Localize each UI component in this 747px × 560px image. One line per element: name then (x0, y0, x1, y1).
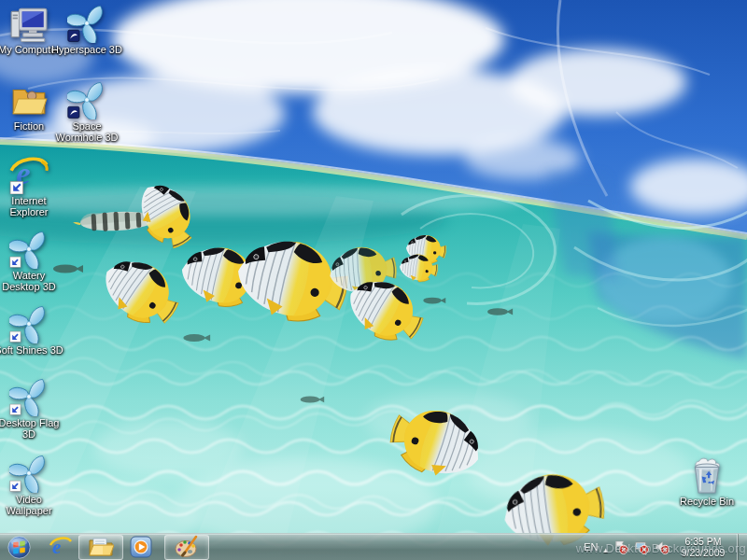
display-error-icon[interactable] (634, 539, 649, 554)
desktop-icon-space-wormhole-3d[interactable]: Space Wormhole 3D (51, 80, 122, 143)
desktop-icon-label: Hyperspace 3D (51, 44, 122, 55)
computer-icon (9, 4, 49, 43)
desktop-icon-video-wallpaper[interactable]: Video Wallpaper (0, 454, 64, 516)
clock-time: 6:35 PM (675, 536, 731, 547)
desktop-icon-label: Soft Shines 3D (0, 344, 63, 356)
desktop-icon-internet-explorer[interactable]: e Internet Explorer (0, 155, 64, 217)
pinwheel-swirl-icon (9, 230, 49, 269)
recycle-bin-full-icon (687, 455, 726, 495)
desktop-icon-label: Desktop Flag 3D (0, 417, 64, 440)
taskbar-button-internet-explorer[interactable]: e (43, 536, 78, 559)
desktop-icon-recycle-bin[interactable]: Recycle Bin (671, 455, 742, 507)
internet-explorer-icon: e (49, 536, 72, 558)
desktop-icon-soft-shines-3d[interactable]: Soft Shines 3D (0, 304, 64, 356)
desktop-icon-hyperspace-3d[interactable]: Hyperspace 3D (51, 4, 122, 55)
start-button[interactable] (6, 534, 32, 560)
show-desktop-button[interactable] (737, 534, 747, 560)
internet-explorer-icon: e (9, 155, 49, 194)
action-center-flag-error-icon[interactable] (613, 539, 628, 554)
taskbar-button-windows-explorer[interactable] (78, 535, 123, 560)
pinwheel-swirl-icon (67, 80, 106, 119)
desktop-icon-label: Recycle Bin (680, 496, 734, 507)
language-indicator[interactable]: EN (584, 541, 598, 553)
volume-muted-icon[interactable] (655, 539, 669, 554)
desktop-icon-desktop-flag-3d[interactable]: Desktop Flag 3D (0, 377, 64, 440)
system-tray[interactable]: EN ▴ (584, 534, 747, 560)
clock-date: 9/23/2009 (675, 547, 731, 558)
desktop-icon-label: Fiction (14, 120, 44, 132)
tray-clock[interactable]: 6:35 PM 9/23/2009 (675, 536, 731, 558)
desktop: My Computer Fiction e Internet Explorer (0, 0, 747, 560)
hidden-icons-arrow[interactable]: ▴ (603, 540, 608, 554)
pinwheel-swirl-icon (9, 377, 49, 416)
folder-user-icon (9, 80, 49, 119)
desktop-icon-watery-desktop-3d[interactable]: Watery Desktop 3D (0, 230, 64, 292)
start-orb-icon (7, 535, 32, 560)
taskbar-button-paint[interactable] (164, 535, 209, 560)
taskbar-button-media-player[interactable] (123, 536, 159, 559)
desktop-icon-label: Internet Explorer (0, 195, 64, 217)
media-player-icon (130, 536, 152, 558)
windows-explorer-icon (88, 536, 114, 558)
pinwheel-swirl-icon (9, 454, 49, 493)
desktop-icon-label: Space Wormhole 3D (51, 120, 122, 143)
desktop-icon-label: Video Wallpaper (0, 494, 64, 516)
paint-icon (174, 535, 200, 559)
taskbar[interactable]: e (0, 533, 747, 560)
pinwheel-swirl-icon (9, 304, 49, 343)
desktop-icon-label: Watery Desktop 3D (0, 270, 64, 292)
pinwheel-swirl-icon (67, 4, 106, 43)
